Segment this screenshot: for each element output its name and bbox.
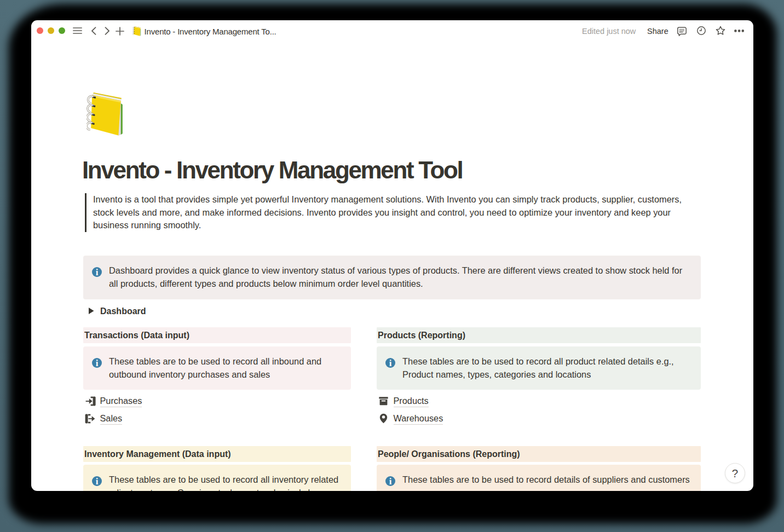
svg-text:i: i — [95, 358, 98, 368]
svg-text:i: i — [389, 358, 391, 368]
svg-text:i: i — [389, 476, 391, 486]
svg-text:i: i — [95, 476, 98, 486]
svg-text:i: i — [95, 267, 98, 277]
